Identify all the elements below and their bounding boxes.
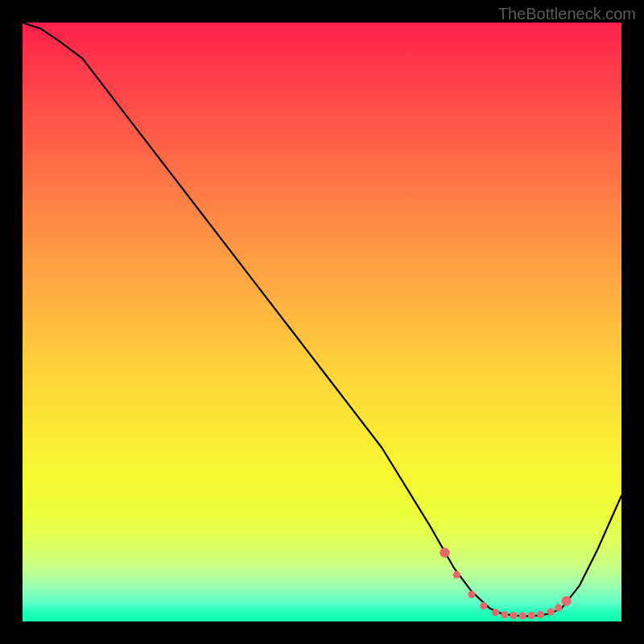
marker-dot [547,609,555,616]
marker-dot [492,609,499,616]
marker-dot [528,612,535,619]
marker-dot [453,571,460,578]
marker-dot [480,602,487,609]
marker-dot [555,604,562,611]
marker-dot [561,597,571,606]
plot-area [23,23,621,621]
marker-dot [510,612,517,619]
watermark-text: TheBottleneck.com [498,5,636,23]
chart-svg [23,23,621,621]
marker-dot [468,591,475,598]
marker-dot [519,612,526,619]
marker-dots [440,547,571,619]
bottleneck-curve [23,23,621,616]
marker-dot [440,547,449,557]
marker-dot [537,611,544,618]
marker-dot [501,611,508,618]
